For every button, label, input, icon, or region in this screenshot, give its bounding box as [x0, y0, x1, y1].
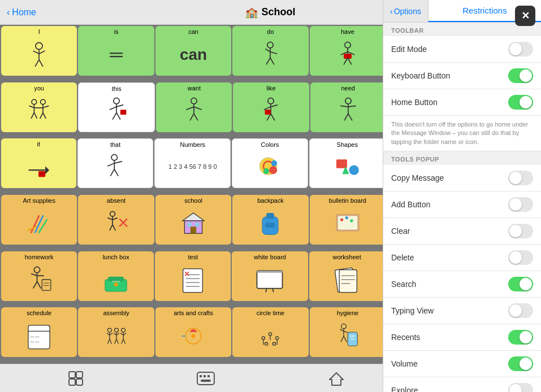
svg-point-206 — [341, 324, 347, 329]
svg-line-181 — [107, 339, 109, 344]
svg-rect-225 — [76, 379, 83, 385]
svg-line-41 — [34, 113, 37, 119]
cell-this[interactable]: this — [78, 82, 155, 132]
back-button[interactable]: ‹ Home — [7, 7, 36, 18]
copy-message-toggle[interactable] — [508, 171, 533, 185]
cell-homework[interactable]: homework — [1, 251, 77, 301]
svg-rect-226 — [197, 372, 214, 385]
svg-point-198 — [269, 333, 272, 336]
clear-toggle[interactable] — [508, 224, 533, 238]
svg-line-80 — [107, 163, 114, 166]
home-button-note: This doesn't turn off the options to go … — [383, 116, 541, 151]
svg-rect-222 — [69, 372, 75, 378]
volume-toggle[interactable] — [508, 356, 533, 371]
cell-art-supplies[interactable]: Art supplies — [1, 195, 77, 245]
typing-view-row: Typing View — [383, 298, 541, 324]
svg-line-55 — [190, 114, 194, 120]
cell-like[interactable]: like — [233, 82, 309, 132]
cell-do[interactable]: do — [232, 26, 308, 76]
close-button[interactable]: ✕ — [515, 6, 535, 26]
clear-label: Clear — [391, 227, 410, 236]
cell-can[interactable]: can can — [155, 26, 231, 76]
svg-line-114 — [112, 224, 115, 230]
cell-numbers[interactable]: Numbers 1 2 3 4 5 6 7 8 9 0 — [154, 138, 231, 188]
chevron-left-icon: ‹ — [390, 7, 393, 16]
svg-line-208 — [340, 329, 344, 331]
svg-rect-77 — [38, 171, 45, 177]
cell-assembly[interactable]: assembly — [78, 307, 154, 357]
keyboard-nav-button[interactable] — [197, 372, 215, 385]
svg-point-57 — [268, 98, 274, 104]
svg-rect-227 — [200, 375, 202, 377]
svg-point-88 — [263, 168, 269, 174]
svg-rect-160 — [257, 271, 283, 273]
cell-it[interactable]: it — [1, 138, 76, 188]
svg-line-43 — [43, 113, 46, 119]
edit-mode-toggle[interactable] — [508, 42, 533, 56]
volume-row: Volume — [383, 351, 541, 377]
cell-need[interactable]: need — [310, 82, 386, 132]
cell-hygiene[interactable]: hygiene — [310, 307, 386, 357]
cell-circle-time[interactable]: circle time — [232, 307, 308, 357]
cell-is[interactable]: is ═ — [78, 26, 154, 76]
svg-point-189 — [121, 328, 125, 332]
svg-point-33 — [32, 99, 37, 104]
cell-backpack[interactable]: backpack — [232, 195, 308, 245]
volume-label: Volume — [391, 359, 418, 368]
add-button-label: Add Button — [391, 200, 430, 209]
svg-text:— —: — — — [31, 339, 40, 343]
cell-colors[interactable]: Colors — [232, 138, 308, 188]
copy-message-row: Copy Message — [383, 165, 541, 191]
cell-you[interactable]: you — [1, 82, 77, 132]
add-button-toggle[interactable] — [508, 197, 533, 212]
home-button-toggle[interactable] — [508, 95, 533, 110]
keyboard-button-label: Keyboard Button — [391, 71, 450, 80]
explore-toggle[interactable] — [508, 383, 533, 392]
cell-absent[interactable]: absent — [78, 195, 154, 245]
cell-school[interactable]: school — [155, 195, 231, 245]
cell-that[interactable]: that — [77, 138, 154, 188]
svg-rect-61 — [265, 110, 271, 115]
cell-worksheet[interactable]: worksheet — [309, 251, 385, 301]
recents-row: Recents — [383, 324, 541, 351]
search-label: Search — [391, 280, 416, 289]
cell-schedule[interactable]: schedule — —— — — [1, 307, 77, 357]
svg-line-191 — [120, 333, 123, 335]
keyboard-button-toggle[interactable] — [508, 68, 533, 83]
svg-rect-124 — [266, 223, 275, 228]
cell-test[interactable]: test — [155, 251, 231, 301]
svg-rect-120 — [188, 223, 192, 227]
delete-toggle[interactable] — [508, 250, 533, 265]
svg-rect-223 — [76, 372, 83, 378]
grid-nav-button[interactable] — [68, 371, 84, 386]
cell-bulletin-board[interactable]: bulletin board — [310, 195, 386, 245]
back-label: Home — [12, 7, 36, 18]
svg-point-64 — [345, 98, 350, 104]
svg-point-109 — [110, 211, 115, 216]
svg-line-53 — [186, 107, 194, 110]
search-toggle[interactable] — [508, 277, 533, 291]
typing-view-toggle[interactable] — [508, 303, 533, 318]
cell-shapes[interactable]: Shapes — [309, 138, 386, 188]
svg-point-199 — [276, 337, 279, 339]
cell-have[interactable]: have — [310, 26, 386, 76]
main-content: I is ═ can can do — [0, 25, 541, 364]
options-back-button[interactable]: ‹ Options — [383, 0, 428, 22]
svg-point-12 — [345, 42, 350, 47]
svg-text:— —: — — — [31, 334, 40, 338]
svg-line-188 — [116, 339, 118, 344]
cell-white-board[interactable]: white board — [232, 251, 308, 301]
svg-line-83 — [114, 169, 118, 176]
home-nav-button[interactable] — [328, 371, 344, 386]
svg-point-129 — [350, 219, 353, 222]
panel-scroll-content: TOOLBAR Edit Mode Keyboard Button Home B… — [383, 23, 541, 392]
cell-lunch-box[interactable]: lunch box — [78, 251, 154, 301]
cell-want[interactable]: want — [156, 82, 232, 132]
cell-I[interactable]: I — [1, 26, 77, 76]
svg-marker-117 — [183, 213, 204, 221]
cell-arts-crafts[interactable]: arts and crafts — [155, 307, 231, 357]
svg-line-40 — [31, 113, 34, 119]
svg-line-185 — [113, 333, 116, 335]
recents-toggle[interactable] — [508, 330, 533, 345]
typing-view-label: Typing View — [391, 306, 434, 315]
